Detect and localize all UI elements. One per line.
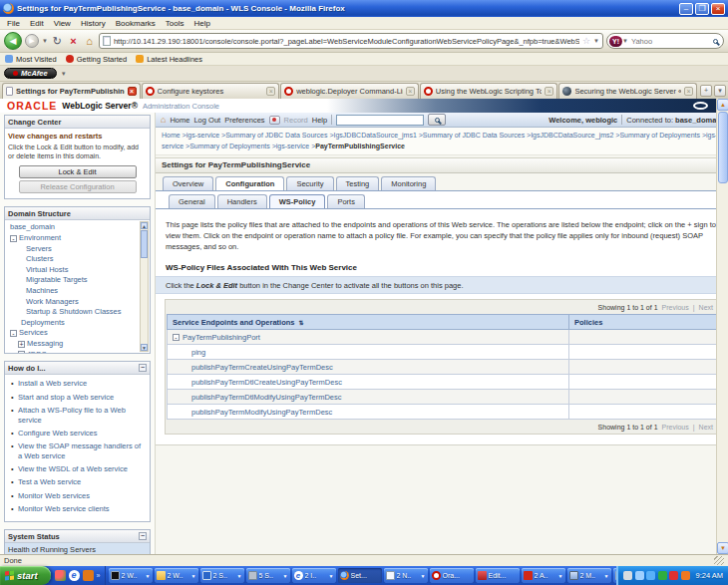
- endpoint-link[interactable]: PayTermPublishingPort: [182, 333, 260, 342]
- subtab[interactable]: Ports: [327, 194, 365, 208]
- group-dropdown-icon[interactable]: ▼: [283, 573, 288, 579]
- tree-toggle-icon[interactable]: [18, 351, 25, 353]
- record-icon[interactable]: [269, 116, 280, 125]
- group-dropdown-icon[interactable]: ▼: [237, 573, 242, 579]
- tree-scroll-down-icon[interactable]: ▼: [141, 344, 148, 351]
- view-changes-link[interactable]: View changes and restarts: [5, 129, 150, 143]
- browser-tab[interactable]: weblogic.Deployer Command-Line Ref... ×: [280, 83, 419, 99]
- internet-explorer-icon[interactable]: [69, 570, 80, 581]
- tree-item[interactable]: Startup & Shutdown Classes: [7, 307, 137, 318]
- tree-scroll-thumb[interactable]: [141, 230, 148, 258]
- group-dropdown-icon[interactable]: ▼: [146, 573, 151, 579]
- tree-item[interactable]: Migratable Targets: [7, 275, 137, 286]
- menu-item[interactable]: Help: [188, 19, 214, 28]
- menu-item[interactable]: File: [2, 19, 25, 28]
- taskbar-button[interactable]: 2 W.. ▼: [109, 568, 153, 583]
- tree-item[interactable]: Machines: [7, 286, 137, 297]
- tab-close-icon[interactable]: ×: [266, 87, 275, 96]
- yahoo-engine-icon[interactable]: Y!: [609, 36, 622, 47]
- how-do-i-link[interactable]: Start and stop a Web service: [10, 393, 147, 403]
- tab-close-icon[interactable]: ×: [406, 87, 415, 96]
- how-do-i-link[interactable]: Test a Web service: [10, 477, 147, 487]
- subtab[interactable]: General: [169, 194, 215, 208]
- next-link[interactable]: Next: [699, 424, 713, 431]
- endpoint-link[interactable]: ping: [191, 348, 205, 357]
- home-link[interactable]: Home: [170, 116, 189, 125]
- back-button[interactable]: ◀: [4, 32, 22, 50]
- how-do-i-link[interactable]: Attach a WS-Policy file to a Web service: [10, 406, 147, 426]
- endpoint-link[interactable]: publishPayTermCreateUsingPayTermDesc: [191, 363, 333, 372]
- subtab[interactable]: Handlers: [217, 194, 267, 208]
- stop-icon[interactable]: ×: [67, 36, 80, 47]
- tree-toggle-icon[interactable]: [18, 341, 25, 348]
- tab-close-icon[interactable]: ×: [684, 87, 693, 96]
- taskbar-button[interactable]: 2 I.. ▼: [292, 568, 336, 583]
- tree-item[interactable]: Clusters: [7, 254, 137, 265]
- search-magnifier-icon[interactable]: [713, 39, 718, 44]
- messenger-icon[interactable]: [681, 571, 690, 580]
- endpoint-link[interactable]: publishPayTermModifyUsingPayTermDesc: [191, 408, 332, 417]
- network-icon[interactable]: [646, 571, 655, 580]
- tree-item[interactable]: base_domain: [7, 222, 137, 233]
- tab[interactable]: Monitoring: [381, 176, 436, 190]
- start-button[interactable]: start: [0, 566, 51, 585]
- browser-tab[interactable]: Configure keystores ×: [142, 83, 280, 99]
- endpoint-link[interactable]: publishPayTermDtlModifyUsingPayTermDesc: [191, 393, 341, 402]
- browser-tab[interactable]: Securing the WebLogic Server « Middl... …: [558, 83, 697, 99]
- acrobat-tray-icon[interactable]: [669, 571, 678, 580]
- tree-item-label[interactable]: Servers: [26, 244, 52, 255]
- mcafee-quicklaunch-icon[interactable]: [83, 570, 94, 581]
- history-dropdown-icon[interactable]: ▼: [42, 38, 48, 44]
- menu-item[interactable]: Tools: [161, 19, 189, 28]
- taskbar-button[interactable]: 2 S.. ▼: [200, 568, 244, 583]
- lock-edit-button[interactable]: Lock & Edit: [19, 165, 137, 178]
- tab[interactable]: Overview: [163, 176, 213, 190]
- group-dropdown-icon[interactable]: ▼: [421, 573, 426, 579]
- forward-button[interactable]: ▶: [25, 34, 39, 48]
- close-button[interactable]: ×: [711, 3, 725, 15]
- taskbar-button[interactable]: Ora... ▼: [430, 568, 474, 583]
- tab[interactable]: Testing: [336, 176, 380, 190]
- tree-item-label[interactable]: Clusters: [26, 254, 54, 265]
- home-icon[interactable]: ⌂: [83, 36, 96, 47]
- url-input[interactable]: [114, 37, 579, 46]
- endpoint-link[interactable]: publishPayTermDtlCreateUsingPayTermDesc: [191, 378, 342, 387]
- tab[interactable]: Security: [286, 176, 333, 190]
- scroll-down-icon[interactable]: ▼: [717, 542, 728, 554]
- breadcrumb-trail[interactable]: Home >igs-service >Summary of JDBC Data …: [162, 132, 717, 149]
- tree-item-label[interactable]: Machines: [26, 286, 58, 297]
- browser-tab[interactable]: Settings for PayTermPublishing... ×: [2, 83, 141, 99]
- tree-item-label[interactable]: Work Managers: [26, 297, 79, 308]
- quick-launch-overflow-chevron[interactable]: »: [97, 572, 101, 579]
- collapse-panel-icon[interactable]: −: [139, 364, 147, 372]
- taskbar-button[interactable]: 2 M.. ▼: [567, 568, 611, 583]
- list-tabs-button[interactable]: ▾: [714, 85, 726, 97]
- group-dropdown-icon[interactable]: ▼: [604, 573, 609, 579]
- browser-tab[interactable]: Using the WebLogic Scripting Tool ×: [420, 83, 558, 99]
- group-dropdown-icon[interactable]: ▼: [558, 573, 563, 579]
- tree-item-label[interactable]: Startup & Shutdown Classes: [26, 307, 121, 318]
- tree-item[interactable]: Services: [7, 328, 137, 339]
- menu-item[interactable]: Bookmarks: [111, 19, 161, 28]
- tree-item-label[interactable]: Deployments: [21, 318, 65, 329]
- web-search-input[interactable]: [628, 37, 713, 46]
- home-house-icon[interactable]: ⌂: [161, 116, 166, 125]
- taskbar-button[interactable]: 2 N.. ▼: [384, 568, 428, 583]
- how-do-i-link[interactable]: Install a Web service: [10, 379, 147, 389]
- security-shield-icon[interactable]: [623, 571, 632, 580]
- console-search-input[interactable]: [336, 115, 424, 126]
- column-endpoints[interactable]: Service Endpoints and Operations: [168, 315, 569, 330]
- mcafee-dropdown-icon[interactable]: ▼: [61, 71, 67, 77]
- tree-item-label[interactable]: Environment: [19, 233, 61, 244]
- how-do-i-link[interactable]: Monitor Web service clients: [10, 504, 147, 514]
- how-do-i-link[interactable]: View the SOAP message handlers of a Web …: [10, 441, 147, 461]
- tree-item[interactable]: Messaging: [7, 339, 137, 350]
- tab[interactable]: Configuration: [215, 176, 284, 190]
- tab-close-icon[interactable]: ×: [545, 87, 553, 96]
- bookmark-item[interactable]: Most Visited: [5, 55, 57, 64]
- menu-item[interactable]: History: [76, 19, 111, 28]
- tree-scroll-up-icon[interactable]: ▲: [141, 222, 148, 229]
- tree-scrollbar[interactable]: ▲ ▼: [140, 221, 149, 352]
- bookmark-item[interactable]: Latest Headlines: [136, 55, 202, 64]
- hidden-icons-chevron[interactable]: [635, 571, 644, 580]
